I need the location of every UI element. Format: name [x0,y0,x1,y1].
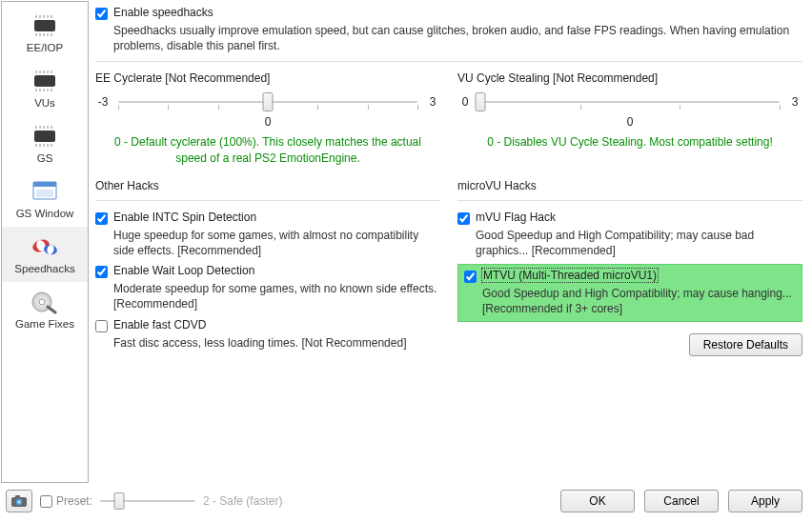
sidebar: EE/IOP VUs GS GS Window Speedhacks [1,1,89,483]
svg-rect-43 [15,495,20,498]
footer: Preset: 2 - Safe (faster) OK Cancel Appl… [0,484,812,522]
svg-rect-34 [33,182,56,187]
svg-rect-11 [34,75,55,87]
cancel-button[interactable]: Cancel [644,490,719,512]
fastcdvd-label: Enable fast CDVD [113,318,440,331]
vu-value: 0 [457,115,802,129]
sidebar-item-label: Game Fixes [15,318,74,330]
ee-value: 0 [95,115,440,129]
camera-button[interactable] [6,490,32,512]
other-hacks-title: Other Hacks [95,179,440,192]
chip-icon [27,67,63,95]
intc-checkbox[interactable] [95,212,108,225]
window-icon [27,177,63,206]
ee-cyclerate-title: EE Cyclerate [Not Recommended] [95,71,440,85]
pills-icon [27,232,63,261]
waitloop-label: Enable Wait Loop Detection [113,264,440,277]
sidebar-item-label: VUs [34,97,55,109]
vu-min-label: 0 [457,95,473,109]
vu-cyclesteal-title: VU Cycle Stealing [Not Recommended] [457,71,802,85]
divider [457,200,802,201]
preset-checkbox[interactable] [40,495,52,508]
vu-hint: 0 - Disables VU Cycle Stealing. Most com… [457,134,802,150]
sidebar-item-vus[interactable]: VUs [2,61,88,116]
camera-icon [10,494,28,508]
fastcdvd-desc: Fast disc access, less loading times. [N… [113,335,440,351]
enable-speedhacks-label: Enable speedhacks [113,6,802,19]
content-panel: Enable speedhacks Speedhacks usually imp… [90,0,812,484]
mvu-flag-checkbox[interactable] [457,212,470,225]
mvu-flag-label: mVU Flag Hack [476,211,802,224]
mvu-flag-desc: Good Speedup and High Compatibility; may… [476,228,802,258]
chip-icon [27,122,63,151]
vu-cyclesteal-slider[interactable] [480,90,780,113]
enable-speedhacks-desc: Speedhacks usually improve emulation spe… [113,23,802,53]
sidebar-item-game-fixes[interactable]: Game Fixes [2,282,88,337]
sidebar-item-label: GS Window [16,208,74,219]
svg-point-45 [17,500,20,503]
vu-max-label: 3 [787,95,802,109]
preset-slider[interactable] [100,492,195,511]
sidebar-item-gs[interactable]: GS [2,116,88,171]
waitloop-desc: Moderate speedup for some games, with no… [113,281,440,311]
waitloop-checkbox[interactable] [95,266,108,278]
ee-min-label: -3 [95,95,111,109]
chip-icon [27,11,63,40]
enable-speedhacks-checkbox[interactable] [95,8,108,20]
svg-rect-0 [34,20,55,31]
disc-wrench-icon [27,288,63,316]
divider [95,61,802,62]
divider [95,200,440,201]
restore-defaults-button[interactable]: Restore Defaults [689,333,802,356]
apply-button[interactable]: Apply [728,490,802,512]
mtvu-checkbox[interactable] [464,271,477,283]
sidebar-item-speedhacks[interactable]: Speedhacks [2,227,88,282]
preset-label: Preset: [56,494,92,508]
ee-cyclerate-slider[interactable] [118,90,417,113]
svg-rect-35 [36,190,53,197]
intc-desc: Huge speedup for some games, with almost… [113,228,440,258]
fastcdvd-checkbox[interactable] [95,320,108,332]
svg-point-41 [39,299,45,305]
microvu-hacks-title: microVU Hacks [457,179,802,192]
sidebar-item-label: EE/IOP [27,42,63,53]
sidebar-item-label: GS [37,152,53,164]
preset-value: 2 - Safe (faster) [203,494,282,508]
intc-label: Enable INTC Spin Detection [113,211,440,224]
ok-button[interactable]: OK [560,490,635,512]
ee-max-label: 3 [425,95,440,109]
mtvu-label: MTVU (Multi-Threaded microVU1) [482,269,658,282]
sidebar-item-label: Speedhacks [14,263,74,274]
svg-rect-22 [34,130,55,142]
sidebar-item-ee-iop[interactable]: EE/IOP [2,6,88,61]
mtvu-desc: Good Speedup and High Compatibility; may… [482,286,796,316]
ee-hint: 0 - Default cyclerate (100%). This close… [95,134,440,165]
sidebar-item-gs-window[interactable]: GS Window [2,171,88,227]
